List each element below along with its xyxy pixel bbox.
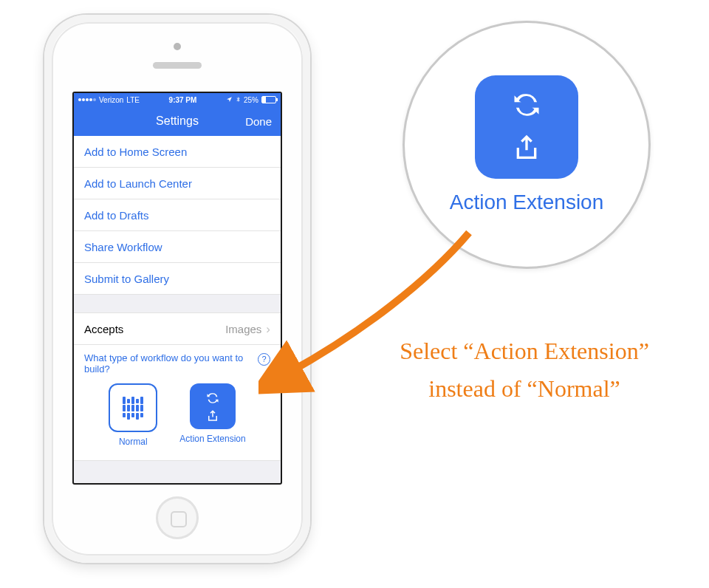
earpiece xyxy=(153,62,202,69)
nav-bar: Settings Done xyxy=(74,106,281,136)
phone-screen: Verizon LTE 9:37 PM 25% xyxy=(72,92,282,485)
action-extension-label: Action Extension xyxy=(179,434,245,444)
help-icon[interactable]: ? xyxy=(258,353,270,366)
accepts-value: Images xyxy=(225,323,261,335)
workflow-type-question: What type of workflow do you want to bui… xyxy=(74,345,281,376)
row-label: Add to Launch Center xyxy=(84,177,192,190)
workflow-type-question-text: What type of workflow do you want to bui… xyxy=(84,352,253,375)
sync-icon xyxy=(205,391,220,406)
network-label: LTE xyxy=(126,96,140,104)
done-button[interactable]: Done xyxy=(245,106,272,136)
annotation-text: Select “Action Extension” instead of “No… xyxy=(384,332,665,408)
signal-dots-icon xyxy=(78,98,96,101)
row-add-to-drafts[interactable]: Add to Drafts xyxy=(74,199,281,231)
workflow-type-choices: Normal Action Extension xyxy=(74,376,281,461)
battery-icon xyxy=(261,96,276,103)
zoom-label: Action Extension xyxy=(450,191,604,214)
group-spacer xyxy=(74,295,281,313)
normal-tile xyxy=(109,383,157,432)
action-extension-tile xyxy=(190,383,236,429)
workflow-type-action-extension[interactable]: Action Extension xyxy=(179,383,245,447)
sync-icon xyxy=(510,89,543,124)
zoom-callout: Action Extension xyxy=(403,21,651,269)
actions-list: Add to Home Screen Add to Launch Center … xyxy=(74,136,281,295)
row-label: Add to Home Screen xyxy=(84,146,187,158)
row-label: Add to Drafts xyxy=(84,209,149,222)
row-label: Submit to Gallery xyxy=(84,273,169,285)
workflow-logo-icon xyxy=(123,397,143,420)
share-icon xyxy=(206,409,219,423)
bluetooth-icon xyxy=(236,95,241,104)
row-add-to-home-screen[interactable]: Add to Home Screen xyxy=(74,136,281,168)
camera-dot xyxy=(174,43,181,50)
chevron-right-icon: › xyxy=(266,323,270,335)
workflow-type-normal[interactable]: Normal xyxy=(109,383,157,447)
phone-bezel: Verizon LTE 9:37 PM 25% xyxy=(52,22,303,555)
accepts-row[interactable]: Accepts Images › xyxy=(74,313,281,345)
nav-title: Settings xyxy=(156,114,199,128)
row-submit-to-gallery[interactable]: Submit to Gallery xyxy=(74,263,281,295)
status-bar: Verizon LTE 9:37 PM 25% xyxy=(74,93,281,106)
clock-label: 9:37 PM xyxy=(169,96,197,104)
iphone-device: Verizon LTE 9:37 PM 25% xyxy=(44,15,310,563)
row-add-to-launch-center[interactable]: Add to Launch Center xyxy=(74,168,281,199)
carrier-label: Verizon xyxy=(99,96,123,104)
home-button[interactable] xyxy=(156,496,199,539)
row-label: Share Workflow xyxy=(84,241,162,253)
zoom-action-extension-tile xyxy=(475,75,578,179)
row-share-workflow[interactable]: Share Workflow xyxy=(74,231,281,263)
accepts-label: Accepts xyxy=(84,323,123,335)
battery-pct-label: 25% xyxy=(244,96,258,104)
normal-label: Normal xyxy=(119,437,148,447)
share-icon xyxy=(512,133,541,165)
location-icon xyxy=(226,96,233,104)
